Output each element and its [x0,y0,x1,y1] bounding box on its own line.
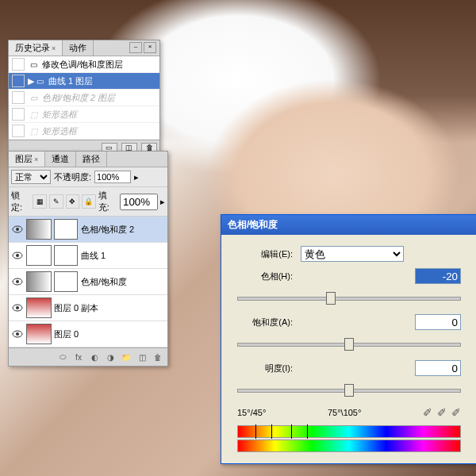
history-item[interactable]: ▶▭曲线 1 图层 [9,73,159,90]
lightness-row: 明度(I): [237,360,461,376]
trash-icon[interactable]: 🗑 [151,351,165,363]
new-layer-icon[interactable]: ◫ [135,351,149,363]
layers-panel: 图层× 通道 路径 正常 不透明度: ▸ 锁定: ▦ ✎ ✥ 🔒 填充: ▸ 色… [8,151,168,367]
layer-thumbnail[interactable] [26,324,52,344]
history-item[interactable]: ⬚矩形选框 [9,123,159,140]
layer-row[interactable]: 色相/饱和度 [9,269,167,295]
layer-lock-row: 锁定: ▦ ✎ ✥ 🔒 填充: ▸ [9,187,167,217]
visibility-toggle[interactable] [11,249,24,262]
eyedropper-icon[interactable]: ✐ [423,406,432,419]
lightness-label: 明度(I): [237,363,301,374]
history-label: 修改色调/饱和度图层 [42,59,123,71]
layer-row[interactable]: 图层 0 [9,321,167,347]
svg-point-5 [16,280,19,283]
history-label: 曲线 1 图层 [48,75,93,87]
dialog-body: 编辑(E): 黄色 色相(H): 饱和度(A): 明度(I): 15°/45° … [221,235,476,463]
blend-mode-select[interactable]: 正常 [11,170,51,184]
dropdown-icon[interactable]: ▸ [160,197,165,207]
visibility-toggle[interactable] [11,328,24,340]
lock-label: 锁定: [11,190,30,213]
layer-mask[interactable] [54,245,78,266]
hue-slider[interactable] [237,290,461,306]
tab-close-icon[interactable]: × [34,155,38,163]
history-item[interactable]: ⬚矩形选框 [9,106,159,123]
layer-thumbnail[interactable] [26,271,52,292]
history-type-icon: ▭ [28,92,39,103]
adjustment-icon[interactable]: ◑ [103,351,117,363]
tab-close-icon[interactable]: × [52,44,56,52]
tab-actions[interactable]: 动作 [63,40,94,56]
history-type-icon: ▭ [34,75,45,86]
history-type-icon: ⬚ [28,125,39,136]
layer-mask[interactable] [54,271,78,292]
lock-transparent-icon[interactable]: ▦ [33,194,47,209]
history-checkbox[interactable] [12,75,25,87]
layer-name: 图层 0 [54,328,79,340]
tab-paths[interactable]: 路径 [76,152,107,167]
eyedropper-add-icon[interactable]: ✐ [437,406,447,419]
layer-row[interactable]: 色相/饱和度 2 [9,217,167,243]
history-item[interactable]: ▭修改色调/饱和度图层 [9,56,159,73]
spectrum-bar[interactable] [237,425,461,438]
layer-name: 色相/饱和度 [81,276,127,288]
dropdown-icon[interactable]: ▸ [134,172,139,182]
history-checkbox[interactable] [12,91,25,104]
mask-icon[interactable]: ◐ [87,351,102,363]
opacity-input[interactable] [94,171,131,183]
fill-label: 填充: [98,190,117,213]
edit-label: 编辑(E): [237,248,301,260]
eyedropper-subtract-icon[interactable]: ✐ [451,406,461,419]
history-checkbox[interactable] [12,58,25,71]
history-type-icon: ▭ [28,59,39,70]
visibility-toggle[interactable] [11,275,24,288]
edit-select[interactable]: 黄色 [301,246,404,262]
lock-pixels-icon[interactable]: ✎ [49,194,63,209]
lightness-slider[interactable] [237,382,461,398]
history-checkbox[interactable] [12,125,25,137]
history-item[interactable]: ▭色相/饱和度 2 图层 [9,90,159,106]
lock-position-icon[interactable]: ✥ [66,194,80,209]
hue-row: 色相(H): [237,268,461,284]
close-button[interactable]: × [144,42,156,53]
history-type-icon: ⬚ [28,109,39,120]
link-icon[interactable]: ⬭ [56,351,70,363]
layer-blend-row: 正常 不透明度: ▸ [9,167,167,187]
layer-thumbnail[interactable] [26,245,52,266]
layer-thumbnail[interactable] [26,219,52,240]
layer-name: 色相/饱和度 2 [81,224,134,236]
range-left: 15°/45° [237,408,266,417]
tab-label: 历史记录 [15,43,50,52]
layer-row[interactable]: 图层 0 副本 [9,295,167,321]
saturation-row: 饱和度(A): [237,314,461,330]
svg-point-1 [16,228,19,231]
tab-history[interactable]: 历史记录× [9,40,63,56]
history-checkbox[interactable] [12,108,25,121]
saturation-label: 饱和度(A): [237,317,301,328]
folder-icon[interactable]: 📁 [119,351,133,363]
svg-point-9 [16,332,19,336]
hue-saturation-dialog: 色相/饱和度 编辑(E): 黄色 色相(H): 饱和度(A): 明度(I): 1… [221,214,476,464]
saturation-input[interactable] [415,314,461,330]
layers-tabs: 图层× 通道 路径 [9,152,167,167]
dialog-title: 色相/饱和度 [221,215,476,235]
spectrum-bar-2[interactable] [237,440,461,452]
minimize-button[interactable]: – [129,42,142,53]
history-panel: – × 历史记录× 动作 ▭修改色调/饱和度图层▶▭曲线 1 图层▭色相/饱和度… [8,40,160,158]
range-row: 15°/45° 75°\105° ✐ ✐ ✐ [237,406,461,419]
saturation-slider[interactable] [237,336,461,352]
visibility-toggle[interactable] [11,223,24,236]
history-label: 色相/饱和度 2 图层 [42,92,115,104]
tab-layers[interactable]: 图层× [9,152,45,167]
visibility-toggle[interactable] [11,301,24,314]
layer-mask[interactable] [54,219,78,240]
tab-channels[interactable]: 通道 [45,152,76,167]
layer-row[interactable]: 曲线 1 [9,243,167,269]
opacity-label: 不透明度: [54,171,91,183]
fx-icon[interactable]: fx [71,351,86,363]
layer-thumbnail[interactable] [26,298,52,318]
play-icon: ▶ [28,76,34,86]
lock-all-icon[interactable]: 🔒 [82,194,96,209]
hue-input[interactable] [415,268,461,284]
lightness-input[interactable] [415,360,461,376]
fill-input[interactable] [120,194,158,210]
